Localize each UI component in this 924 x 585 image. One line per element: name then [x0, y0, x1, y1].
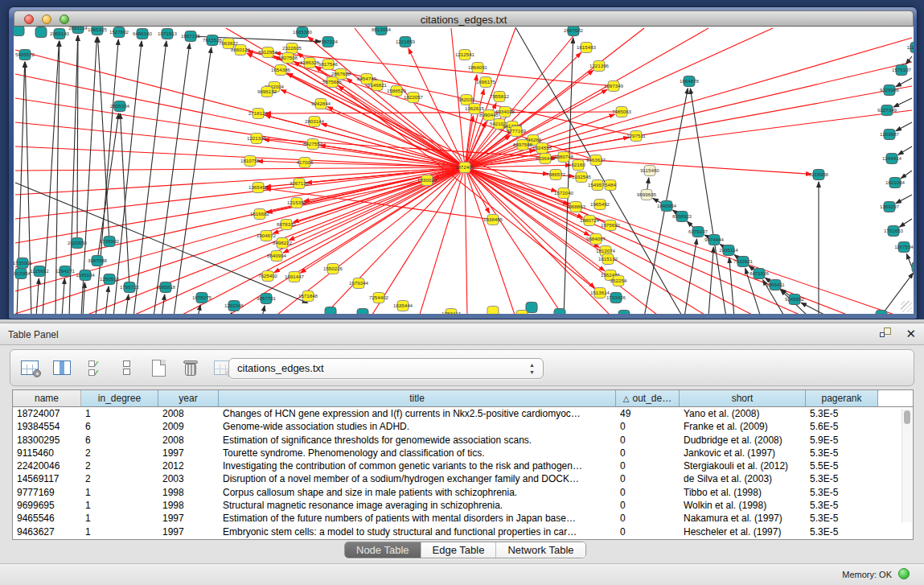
cell-title[interactable]: Structural magnetic resonance image aver…: [219, 499, 616, 512]
cell-name[interactable]: 19384554: [13, 420, 81, 433]
column-header-short[interactable]: short: [680, 390, 806, 406]
cell-title[interactable]: Disruption of a novel member of a sodium…: [219, 472, 616, 485]
table-row[interactable]: 1830029562008Estimation of significance …: [13, 434, 913, 447]
cell-out-degree[interactable]: 0: [616, 459, 680, 472]
cell-out-degree[interactable]: 0: [616, 420, 680, 433]
cell-out-degree[interactable]: 0: [616, 499, 680, 512]
cell-short[interactable]: Yano et al. (2008): [680, 407, 806, 420]
cell-year[interactable]: 2003: [158, 472, 219, 485]
cell-out-degree[interactable]: 49: [616, 407, 680, 420]
table-row[interactable]: 977716911998Corpus callosum shape and si…: [13, 486, 913, 499]
choose-columns-icon[interactable]: [51, 356, 73, 379]
cell-year[interactable]: 1998: [158, 486, 219, 499]
cell-in-degree[interactable]: 1: [81, 407, 158, 420]
column-header-title[interactable]: title: [219, 390, 616, 406]
cell-title[interactable]: Investigating the contribution of common…: [219, 459, 616, 472]
delete-entries-icon[interactable]: [179, 356, 202, 379]
cell-title[interactable]: Corpus callosum shape and size in male p…: [219, 486, 616, 499]
tab-network-table[interactable]: Network Table: [496, 542, 585, 558]
merge-rows-icon[interactable]: [115, 356, 138, 379]
cell-year[interactable]: 2008: [158, 434, 219, 447]
table-selector-dropdown[interactable]: citations_edges.txt ▲▼: [228, 358, 544, 379]
cell-pagerank[interactable]: 5.3E-5: [806, 407, 878, 420]
graph-node[interactable]: [912, 262, 914, 273]
graph-node[interactable]: [35, 27, 47, 38]
resize-grip-icon[interactable]: [901, 301, 912, 312]
tab-edge-table[interactable]: Edge Table: [421, 542, 497, 558]
citation-network-graph[interactable]: 1872400183002919384555405572206914026931…: [14, 27, 914, 314]
float-window-icon[interactable]: [880, 328, 893, 340]
table-row[interactable]: 946554611997Estimation of the future num…: [13, 512, 913, 525]
column-header-out-degree[interactable]: △out_de…: [616, 390, 680, 406]
cell-in-degree[interactable]: 6: [81, 434, 158, 447]
tab-node-table[interactable]: Node Table: [345, 542, 421, 558]
cell-name[interactable]: 9699695: [13, 499, 81, 512]
cell-title[interactable]: Tourette syndrome. Phenomenology and cla…: [219, 447, 616, 459]
cell-out-degree[interactable]: 0: [616, 512, 680, 525]
cell-short[interactable]: Stergiakouli et al. (2012): [680, 459, 806, 472]
close-icon[interactable]: ✕: [906, 328, 916, 340]
table-row[interactable]: 969969511998Structural magnetic resonanc…: [13, 499, 913, 512]
cell-year[interactable]: 1998: [158, 499, 219, 512]
cell-short[interactable]: de Silva et al. (2003): [680, 472, 806, 485]
cell-pagerank[interactable]: 5.3E-5: [806, 512, 878, 525]
node-table[interactable]: name in_degree year title △out_de… short…: [12, 389, 914, 540]
table-row[interactable]: 1872400712008Changes of HCN gene express…: [13, 407, 913, 420]
cell-title[interactable]: Embryonic stem cells: a model to study s…: [219, 525, 616, 538]
window-titlebar[interactable]: citations_edges.txt: [14, 10, 914, 27]
column-header-name[interactable]: name: [13, 390, 81, 406]
table-scrollbar[interactable]: [901, 409, 912, 522]
cell-name[interactable]: 14569117: [13, 472, 81, 485]
cell-name[interactable]: 18300295: [13, 434, 81, 447]
column-header-pagerank[interactable]: pagerank: [806, 390, 878, 406]
cell-in-degree[interactable]: 2: [81, 447, 158, 459]
graph-node[interactable]: [618, 311, 630, 315]
table-row[interactable]: 2242004622012Investigating the contribut…: [13, 459, 913, 472]
cell-pagerank[interactable]: 5.3E-5: [806, 499, 878, 512]
cell-in-degree[interactable]: 6: [81, 420, 158, 433]
cell-year[interactable]: 1997: [158, 447, 219, 459]
table-row[interactable]: 1456911722003Disruption of a novel membe…: [13, 472, 913, 485]
cell-out-degree[interactable]: 0: [616, 434, 680, 447]
cell-in-degree[interactable]: 2: [81, 459, 158, 472]
cell-name[interactable]: 22420046: [13, 459, 81, 472]
cell-title[interactable]: Estimation of significance thresholds fo…: [219, 434, 616, 447]
create-new-table-icon[interactable]: [147, 356, 170, 379]
cell-name[interactable]: 9463627: [13, 525, 81, 538]
cell-year[interactable]: 2012: [158, 459, 219, 472]
cell-title[interactable]: Genome-wide association studies in ADHD.: [219, 420, 616, 433]
column-header-in-degree[interactable]: in_degree: [81, 390, 158, 406]
cell-pagerank[interactable]: 5.3E-5: [806, 447, 878, 459]
graph-node[interactable]: [516, 311, 528, 315]
graph-node[interactable]: [554, 309, 565, 315]
cell-short[interactable]: Jankovic et al. (1997): [680, 447, 806, 459]
cell-title[interactable]: Changes of HCN gene expression and I(f) …: [219, 407, 616, 420]
cell-pagerank[interactable]: 5.3E-5: [806, 472, 878, 485]
cell-name[interactable]: 18724007: [13, 407, 81, 420]
cell-year[interactable]: 2009: [158, 420, 219, 433]
graph-node[interactable]: [357, 309, 368, 315]
graph-node[interactable]: [14, 27, 24, 36]
cell-in-degree[interactable]: 1: [81, 512, 158, 525]
cell-in-degree[interactable]: 1: [81, 486, 158, 499]
table-row[interactable]: 1938455462009Genome-wide association stu…: [13, 420, 913, 433]
table-settings-icon[interactable]: [18, 356, 41, 379]
cell-short[interactable]: Dudbridge et al. (2008): [680, 434, 806, 447]
network-canvas[interactable]: 1872400183002919384555405572206914026931…: [14, 27, 914, 314]
cell-title[interactable]: Estimation of the future numbers of pati…: [219, 512, 616, 525]
cell-short[interactable]: Franke et al. (2009): [680, 420, 806, 433]
cell-year[interactable]: 1997: [158, 525, 219, 538]
table-row[interactable]: 946362711997Embryonic stem cells: a mode…: [13, 525, 913, 538]
cell-short[interactable]: Wolkin et al. (1998): [680, 499, 806, 512]
cell-pagerank[interactable]: 5.3E-5: [806, 525, 878, 538]
cell-out-degree[interactable]: 0: [616, 525, 680, 538]
graph-node[interactable]: [526, 303, 537, 313]
cell-pagerank[interactable]: 5.9E-5: [806, 434, 878, 447]
cell-name[interactable]: 9115460: [13, 447, 81, 459]
cell-in-degree[interactable]: 2: [81, 472, 158, 485]
cell-out-degree[interactable]: 0: [616, 472, 680, 485]
graph-node[interactable]: [487, 307, 499, 315]
cell-pagerank[interactable]: 5.3E-5: [806, 486, 878, 499]
column-header-year[interactable]: year: [158, 390, 219, 406]
cell-out-degree[interactable]: 0: [616, 447, 680, 459]
